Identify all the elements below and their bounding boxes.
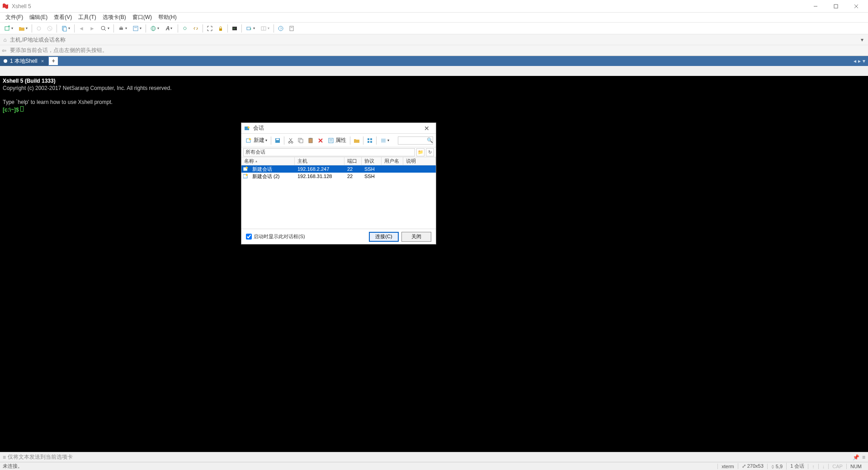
terminal-content: Xshell 5 (Build 1333) Copyright (c) 2002… — [0, 76, 868, 116]
refresh-icon[interactable] — [180, 24, 190, 33]
path-browse-icon[interactable]: 📁 — [416, 148, 425, 156]
help-icon[interactable]: ? — [276, 24, 286, 33]
reconnect-icon[interactable] — [34, 24, 44, 33]
tab-list-icon[interactable]: ▾ — [863, 58, 865, 64]
svg-point-11 — [101, 26, 105, 30]
menu-window[interactable]: 窗口(W) — [130, 13, 155, 22]
dialog-properties-button[interactable]: 属性 — [326, 136, 348, 146]
back-icon[interactable]: ◄ — [76, 24, 86, 33]
session-row[interactable]: 新建会话 192.168.2.247 22 SSH — [241, 165, 436, 173]
status-sessions: 1 会话 — [786, 463, 808, 470]
menu-file[interactable]: 文件(F) — [3, 13, 26, 22]
svg-rect-44 — [368, 138, 369, 140]
svg-text:>: > — [233, 27, 235, 30]
startup-checkbox[interactable] — [246, 234, 252, 240]
copy-icon[interactable] — [59, 24, 72, 33]
svg-rect-37 — [309, 138, 312, 143]
dialog-close-button[interactable]: 关闭 — [401, 232, 431, 242]
dialog-new-button[interactable]: 新建 — [244, 136, 269, 146]
fullscreen-icon[interactable] — [205, 24, 215, 33]
dialog-titlebar[interactable]: 会话 ✕ — [241, 123, 436, 134]
globe-icon[interactable] — [148, 24, 161, 33]
menu-icon[interactable]: ≡ — [862, 454, 865, 461]
delete-icon[interactable] — [316, 136, 325, 145]
status-down-icon[interactable]: ↓ — [818, 464, 829, 469]
dialog-toolbar: 新建 属性 🔍 — [241, 134, 436, 147]
message-text: 仅将文本发送到当前选项卡 — [8, 453, 73, 461]
tab-local-shell[interactable]: 1 本地Shell × — [0, 56, 48, 66]
dialog-save-icon[interactable] — [273, 136, 282, 145]
new-session-icon[interactable] — [2, 24, 15, 33]
print-icon[interactable] — [116, 24, 129, 33]
address-bar: ⌂ ▾ — [0, 34, 868, 45]
col-name[interactable]: 名称 — [241, 157, 295, 165]
svg-rect-41 — [329, 138, 333, 143]
view-mode-icon[interactable] — [378, 136, 391, 146]
svg-rect-22 — [247, 27, 250, 30]
address-input[interactable] — [8, 37, 858, 43]
menu-help[interactable]: 帮助(H) — [156, 13, 179, 22]
terminal-icon[interactable]: > — [230, 24, 240, 33]
separator — [74, 24, 75, 33]
sessions-dialog: 会话 ✕ 新建 属性 🔍 所有会话 📁 ↻ 名称 主机 端口 协议 用户名 说明 — [241, 122, 436, 244]
menu-edit[interactable]: 编辑(E) — [27, 13, 50, 22]
search-icon[interactable]: 🔍 — [425, 137, 434, 143]
main-toolbar: ◄ ► A > ? — [0, 23, 868, 34]
menu-view[interactable]: 查看(V) — [51, 13, 75, 22]
connect-button[interactable]: 连接(C) — [369, 232, 399, 242]
pin-icon[interactable]: 📌 — [853, 454, 859, 461]
col-port[interactable]: 端口 — [344, 157, 362, 165]
cut-icon[interactable] — [286, 136, 295, 145]
status-up-icon[interactable]: ↑ — [808, 464, 818, 469]
minimize-button[interactable] — [805, 0, 826, 13]
link-icon[interactable] — [191, 24, 201, 33]
col-host[interactable]: 主机 — [295, 157, 344, 165]
maximize-button[interactable] — [826, 0, 846, 13]
copy-icon[interactable] — [296, 136, 305, 145]
svg-point-17 — [151, 26, 156, 31]
new-tab-button[interactable]: + — [49, 57, 58, 65]
disconnect-icon[interactable] — [45, 24, 55, 33]
svg-line-12 — [104, 29, 106, 31]
dialog-path-input[interactable]: 所有会话 — [243, 148, 415, 156]
col-user[interactable]: 用户名 — [382, 157, 403, 165]
svg-rect-32 — [276, 139, 279, 140]
script-icon[interactable] — [287, 24, 297, 33]
dialog-close-icon[interactable]: ✕ — [420, 125, 433, 132]
properties-icon[interactable] — [130, 24, 144, 33]
tab-strip: 1 本地Shell × + ◂ ▸ ▾ — [0, 56, 868, 66]
menubar: 文件(F) 编辑(E) 查看(V) 工具(T) 选项卡(B) 窗口(W) 帮助(… — [0, 13, 868, 23]
font-icon[interactable]: A — [162, 24, 176, 33]
folder-icon[interactable] — [352, 136, 361, 145]
menu-tools[interactable]: 工具(T) — [75, 13, 99, 22]
menu-tab[interactable]: 选项卡(B) — [100, 13, 129, 22]
separator — [32, 24, 32, 33]
tab-prev-icon[interactable]: ◂ — [854, 58, 856, 64]
app-icon — [2, 3, 9, 10]
svg-rect-13 — [119, 28, 123, 30]
hint-bar: ⇦ 要添加当前会话，点击左侧的箭头按钮。 — [0, 45, 868, 56]
col-proto[interactable]: 协议 — [362, 157, 382, 165]
session-row[interactable]: 新建会话 (2) 192.168.31.128 22 SSH — [241, 173, 436, 180]
grid-icon[interactable] — [365, 136, 374, 145]
svg-rect-15 — [133, 26, 138, 31]
path-refresh-icon[interactable]: ↻ — [426, 148, 434, 156]
layout-icon[interactable] — [258, 24, 272, 33]
lock-icon[interactable] — [216, 24, 226, 33]
status-connection: 未连接。 — [3, 463, 23, 470]
startup-checkbox-label[interactable]: 启动时显示此对话框(S) — [246, 233, 305, 240]
open-icon[interactable] — [16, 24, 30, 33]
dialog-search-input[interactable] — [398, 138, 425, 143]
col-desc[interactable]: 说明 — [403, 157, 436, 165]
hint-arrow-icon[interactable]: ⇦ — [2, 47, 8, 54]
tab-next-icon[interactable]: ▸ — [858, 58, 861, 64]
session-list-header: 名称 主机 端口 协议 用户名 说明 — [241, 157, 436, 165]
close-button[interactable] — [846, 0, 866, 13]
transfer-icon[interactable] — [244, 24, 257, 33]
address-dropdown-icon[interactable]: ▾ — [858, 37, 866, 43]
forward-icon[interactable]: ► — [87, 24, 97, 33]
tab-close-icon[interactable]: × — [41, 58, 44, 64]
search-icon[interactable] — [98, 24, 112, 33]
paste-icon[interactable] — [306, 136, 315, 145]
svg-text:?: ? — [280, 27, 282, 31]
